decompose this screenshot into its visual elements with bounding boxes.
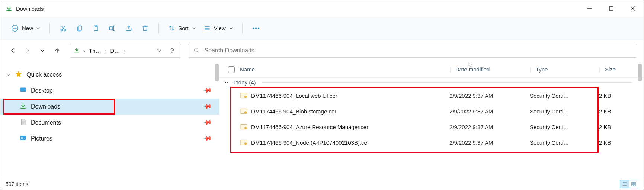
sidebar-item-label: Downloads xyxy=(31,103,219,110)
column-header-date[interactable]: |Date modified xyxy=(449,66,530,73)
sidebar-item-pictures[interactable]: Pictures 📌 xyxy=(0,131,219,146)
downloads-icon xyxy=(74,47,80,54)
status-bar: 507 items xyxy=(0,178,644,189)
file-row[interactable]: DM1174466-904_Local web UI.cer2/9/2022 9… xyxy=(219,88,644,103)
sidebar-item-label: Pictures xyxy=(31,135,219,142)
maximize-button[interactable] xyxy=(600,0,622,17)
pictures-icon xyxy=(20,135,26,143)
breadcrumb-chevron[interactable]: › xyxy=(103,48,108,54)
breadcrumb-segment[interactable]: Th… xyxy=(89,48,101,54)
sort-button[interactable]: Sort xyxy=(164,22,200,34)
navigation-row: › Th… › D… › xyxy=(0,40,644,61)
more-button[interactable] xyxy=(248,20,264,36)
column-header-type[interactable]: |Type xyxy=(530,66,599,73)
breadcrumb-segment[interactable]: D… xyxy=(110,48,120,54)
breadcrumb-chevron[interactable]: › xyxy=(82,48,87,54)
forward-button[interactable] xyxy=(22,45,33,56)
svg-point-36 xyxy=(244,143,246,145)
svg-rect-41 xyxy=(634,182,635,184)
navigation-pane: Quick access Desktop 📌 Downloads 📌 Docum… xyxy=(0,61,219,178)
sidebar-item-downloads[interactable]: Downloads 📌 xyxy=(0,99,219,115)
back-button[interactable] xyxy=(7,45,18,56)
recent-locations-button[interactable] xyxy=(37,45,48,56)
sidebar-item-label: Quick access xyxy=(26,71,219,78)
star-icon xyxy=(15,71,22,79)
cut-button[interactable] xyxy=(55,20,71,36)
svg-rect-25 xyxy=(20,88,26,92)
svg-point-20 xyxy=(253,28,254,29)
desktop-icon xyxy=(20,87,26,95)
svg-point-30 xyxy=(244,96,246,98)
sort-button-label: Sort xyxy=(178,25,189,31)
thumbnails-view-button[interactable] xyxy=(629,180,638,188)
status-item-count: 507 items xyxy=(6,181,28,187)
file-name: DM1174466-904_Local web UI.cer xyxy=(251,93,449,99)
file-list-scrollbar[interactable] xyxy=(638,64,642,81)
svg-rect-42 xyxy=(632,184,633,186)
select-all-checkbox[interactable] xyxy=(228,66,235,73)
sidebar-item-label: Documents xyxy=(31,119,219,126)
file-type: Security Certi… xyxy=(530,124,599,130)
file-date: 2/9/2022 9:37 AM xyxy=(449,124,530,130)
rename-button[interactable] xyxy=(104,20,121,36)
paste-button[interactable] xyxy=(88,20,104,36)
svg-point-21 xyxy=(255,28,256,29)
group-header-label: Today (4) xyxy=(233,79,256,86)
downloads-folder-icon xyxy=(6,5,12,12)
toolbar-separator xyxy=(242,23,243,34)
file-list-pane: Name |Date modified |Type |Size Today (4… xyxy=(219,61,644,178)
search-icon xyxy=(193,47,200,54)
sidebar-item-quick-access[interactable]: Quick access xyxy=(0,67,219,83)
svg-point-23 xyxy=(194,48,198,52)
column-headers: Name |Date modified |Type |Size xyxy=(219,61,644,78)
share-button[interactable] xyxy=(121,20,137,36)
svg-point-32 xyxy=(244,112,246,113)
sidebar-item-documents[interactable]: Documents 📌 xyxy=(0,115,219,131)
search-input[interactable] xyxy=(205,47,631,54)
chevron-down-icon xyxy=(36,26,41,30)
close-button[interactable] xyxy=(622,0,644,17)
window-title: Downloads xyxy=(16,6,579,12)
certificate-icon xyxy=(240,93,247,99)
sort-indicator-icon xyxy=(468,62,472,69)
file-date: 2/9/2022 9:37 AM xyxy=(449,93,530,99)
up-button[interactable] xyxy=(52,45,63,56)
documents-icon xyxy=(20,119,26,127)
file-type: Security Certi… xyxy=(530,108,599,115)
address-history-button[interactable] xyxy=(154,48,164,53)
refresh-button[interactable] xyxy=(167,48,177,54)
chevron-down-icon xyxy=(229,26,233,30)
details-view-button[interactable] xyxy=(620,180,629,188)
svg-rect-14 xyxy=(110,26,113,29)
sidebar-item-label: Desktop xyxy=(31,87,219,94)
view-button[interactable]: View xyxy=(200,22,237,34)
new-button[interactable]: New xyxy=(7,22,44,35)
address-bar[interactable]: › Th… › D… › xyxy=(70,44,181,58)
file-date: 2/9/2022 9:37 AM xyxy=(449,108,530,115)
file-size: 2 KB xyxy=(599,124,644,130)
svg-rect-43 xyxy=(634,184,635,186)
copy-button[interactable] xyxy=(71,20,88,36)
file-row[interactable]: DM1174466-904_Node (A4P1074002103B).cer2… xyxy=(219,135,644,150)
column-header-size[interactable]: |Size xyxy=(599,66,644,73)
group-header-today[interactable]: Today (4) xyxy=(219,78,644,88)
file-row[interactable]: DM1174466-904_Blob storage.cer2/9/2022 9… xyxy=(219,103,644,119)
minimize-button[interactable] xyxy=(579,0,600,17)
view-mode-toggle xyxy=(620,180,638,188)
certificate-icon xyxy=(240,108,247,114)
view-button-label: View xyxy=(214,25,226,31)
command-bar: New Sort View xyxy=(0,17,644,40)
chevron-down-icon xyxy=(224,80,229,85)
file-row[interactable]: DM1174466-904_Azure Resource Manager.cer… xyxy=(219,119,644,135)
breadcrumb-chevron[interactable]: › xyxy=(122,48,127,54)
new-button-label: New xyxy=(22,25,33,31)
file-size: 2 KB xyxy=(599,93,644,99)
file-name: DM1174466-904_Node (A4P1074002103B).cer xyxy=(251,139,449,146)
sidebar-item-desktop[interactable]: Desktop 📌 xyxy=(0,83,219,99)
column-header-name[interactable]: Name xyxy=(240,66,449,73)
file-name: DM1174466-904_Azure Resource Manager.cer xyxy=(251,124,449,130)
delete-button[interactable] xyxy=(137,20,153,36)
svg-rect-1 xyxy=(609,7,613,10)
file-date: 2/9/2022 9:37 AM xyxy=(449,139,530,146)
search-box[interactable] xyxy=(188,44,637,58)
